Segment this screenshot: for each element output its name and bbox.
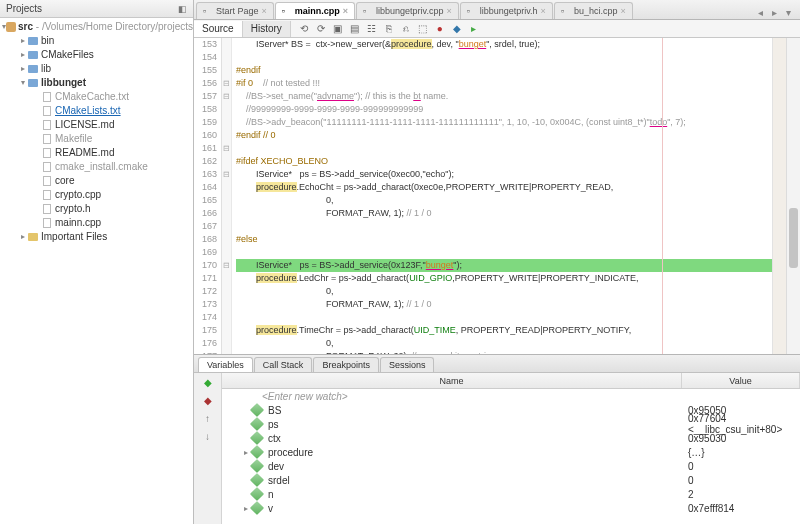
fold-gutter[interactable]: ⊟⊟⊟⊟⊟⊟ (222, 38, 232, 354)
toolbar-icon[interactable]: ▸ (467, 23, 481, 35)
debugger-tab[interactable]: Sessions (380, 357, 435, 372)
file-icon: ▫ (203, 6, 213, 16)
subtab-source[interactable]: Source (194, 21, 243, 37)
tab-next-icon[interactable]: ▸ (768, 7, 780, 19)
tree-item[interactable]: Makefile (0, 132, 193, 146)
variable-row[interactable]: srdel0 (222, 473, 800, 487)
variable-row[interactable]: n2 (222, 487, 800, 501)
tree-item[interactable]: LICENSE.md (0, 118, 193, 132)
watch-up-icon[interactable]: ↑ (201, 413, 215, 427)
editor-tab[interactable]: ▫mainn.cpp× (275, 2, 355, 19)
sidebar-header: Projects ◧ (0, 0, 193, 18)
debugger-toolbar: ◆ ◆ ↑ ↓ (194, 373, 222, 524)
file-icon: ▫ (282, 6, 292, 16)
debugger-tab[interactable]: Breakpoints (313, 357, 379, 372)
var-diamond-icon (250, 487, 264, 501)
tree-item[interactable]: ▸CMakeFiles (0, 48, 193, 62)
tree-item[interactable]: cmake_install.cmake (0, 160, 193, 174)
col-name[interactable]: Name (222, 373, 682, 388)
vertical-scrollbar[interactable] (786, 38, 800, 354)
new-watch-hint[interactable]: <Enter new watch> (222, 389, 800, 403)
project-sidebar: Projects ◧ ▾ src - /Volumes/Home Directo… (0, 0, 194, 524)
tree-item[interactable]: CMakeLists.txt (0, 104, 193, 118)
toolbar-icon[interactable]: ⬚ (416, 23, 430, 35)
variables-table: Name Value <Enter new watch> BS0x95050ps… (222, 373, 800, 524)
file-icon: ▫ (363, 6, 373, 16)
editor-tab[interactable]: ▫libbungetpriv.h× (460, 2, 553, 19)
toolbar-icon[interactable]: ☷ (365, 23, 379, 35)
watch-remove-icon[interactable]: ◆ (201, 395, 215, 409)
toolbar-icon[interactable]: ⎘ (382, 23, 396, 35)
tree-item[interactable]: CMakeCache.txt (0, 90, 193, 104)
tree-item[interactable]: ▸Important Files (0, 230, 193, 244)
tab-list-icon[interactable]: ▾ (782, 7, 794, 19)
tree-root[interactable]: ▾ src - /Volumes/Home Directory/projects… (0, 20, 193, 34)
code-editor[interactable]: 1531541551561571581591601611621631641651… (194, 38, 800, 354)
toolbar-icon[interactable]: ⎌ (399, 23, 413, 35)
variable-row[interactable]: ▸procedure{…} (222, 445, 800, 459)
tree-item[interactable]: mainn.cpp (0, 216, 193, 230)
toolbar-icon[interactable]: ⟳ (314, 23, 328, 35)
editor-subtabs: Source History ⟲ ⟳ ▣ ▤ ☷ ⎘ ⎌ ⬚ ● ◆ ▸ (194, 20, 800, 38)
close-icon[interactable]: × (446, 6, 451, 16)
toolbar-icon[interactable]: ◆ (450, 23, 464, 35)
tab-controls: ◂ ▸ ▾ (754, 7, 800, 19)
debugger-panel: VariablesCall StackBreakpointsSessions ◆… (194, 354, 800, 524)
var-diamond-icon (250, 459, 264, 473)
variable-row[interactable]: ▸v0x7efff814 (222, 501, 800, 515)
toolbar-icon[interactable]: ● (433, 23, 447, 35)
tree-item[interactable]: ▾libbunget (0, 76, 193, 90)
variable-row[interactable]: dev0 (222, 459, 800, 473)
variable-row[interactable]: ctx0x95030 (222, 431, 800, 445)
sidebar-title: Projects (6, 3, 42, 14)
debugger-tabs: VariablesCall StackBreakpointsSessions (194, 355, 800, 373)
toolbar-icon[interactable]: ▤ (348, 23, 362, 35)
editor-tab[interactable]: ▫libbungetpriv.cpp× (356, 2, 459, 19)
var-diamond-icon (250, 445, 264, 459)
watch-down-icon[interactable]: ↓ (201, 431, 215, 445)
var-diamond-icon (250, 431, 264, 445)
toolbar-icon[interactable]: ▣ (331, 23, 345, 35)
tree-item[interactable]: README.md (0, 146, 193, 160)
var-diamond-icon (250, 417, 264, 431)
close-icon[interactable]: × (620, 6, 625, 16)
close-icon[interactable]: × (343, 6, 348, 16)
code-area[interactable]: IServer* BS = ctx->new_server(&procedure… (232, 38, 772, 354)
toolbar-icon[interactable]: ⟲ (297, 23, 311, 35)
var-diamond-icon (250, 473, 264, 487)
col-value[interactable]: Value (682, 373, 800, 388)
tree-item[interactable]: ▸lib (0, 62, 193, 76)
editor-tabs: ▫Start Page×▫mainn.cpp×▫libbungetpriv.cp… (194, 0, 800, 20)
close-icon[interactable]: × (262, 6, 267, 16)
tree-item[interactable]: core (0, 174, 193, 188)
error-stripe[interactable] (772, 38, 786, 354)
debugger-tab[interactable]: Variables (198, 357, 253, 372)
file-icon: ▫ (561, 6, 571, 16)
debugger-tab[interactable]: Call Stack (254, 357, 313, 372)
var-diamond-icon (250, 403, 264, 417)
subtab-history[interactable]: History (243, 21, 291, 37)
tree-item[interactable]: crypto.cpp (0, 188, 193, 202)
tab-prev-icon[interactable]: ◂ (754, 7, 766, 19)
editor-tab[interactable]: ▫bu_hci.cpp× (554, 2, 633, 19)
var-diamond-icon (250, 501, 264, 515)
tree-item[interactable]: crypto.h (0, 202, 193, 216)
variable-row[interactable]: ps0x77604 <__libc_csu_init+80> (222, 417, 800, 431)
tree-item[interactable]: ▸bin (0, 34, 193, 48)
watch-add-icon[interactable]: ◆ (201, 377, 215, 391)
project-tree[interactable]: ▾ src - /Volumes/Home Directory/projects… (0, 18, 193, 524)
file-icon: ▫ (467, 6, 477, 16)
editor-tab[interactable]: ▫Start Page× (196, 2, 274, 19)
line-gutter: 1531541551561571581591601611621631641651… (194, 38, 222, 354)
close-icon[interactable]: × (541, 6, 546, 16)
pin-icon[interactable]: ◧ (178, 4, 187, 14)
